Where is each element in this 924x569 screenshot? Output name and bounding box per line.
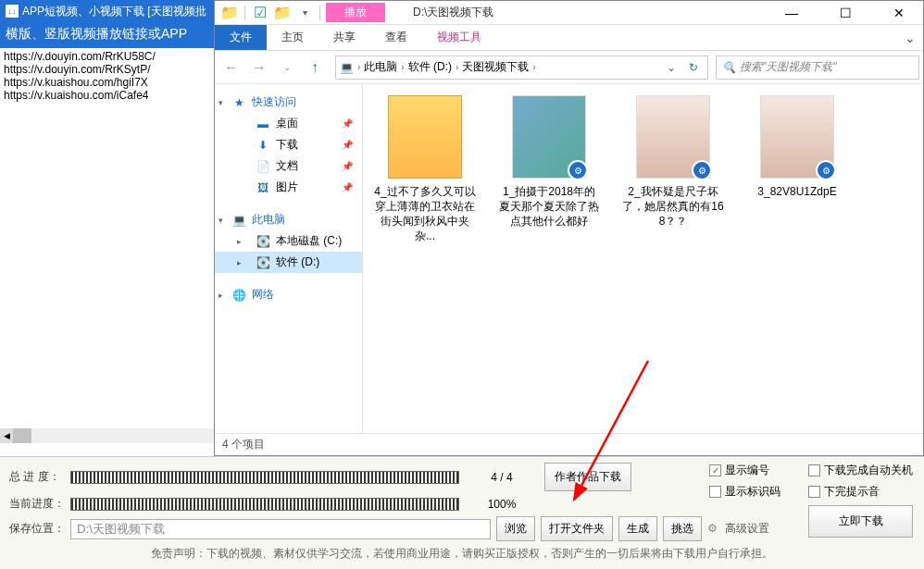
breadcrumb-item[interactable]: 天图视频下载 [462, 59, 529, 75]
nav-back-button[interactable]: ← [219, 55, 244, 80]
app-title: APP短视频、小视频下载 [天图视频批 [22, 4, 206, 19]
folder-icon[interactable]: 📁 [220, 4, 239, 22]
total-progress-text: 4 / 4 [465, 471, 539, 484]
total-progress-bar [70, 471, 459, 484]
generate-button[interactable]: 生成 [618, 516, 657, 541]
video-thumbnail: ⚙ [760, 95, 834, 179]
ribbon-tab-file[interactable]: 文件 [215, 25, 267, 50]
ribbon-tab-view[interactable]: 查看 [370, 25, 422, 50]
close-button[interactable]: ✕ [880, 4, 918, 22]
nav-pictures[interactable]: 🖼图片📌 [215, 177, 362, 198]
ribbon-tabs: 文件 主页 共享 查看 视频工具 ⌄ [215, 25, 923, 51]
pick-button[interactable]: 挑选 [663, 516, 702, 541]
ribbon-tab-video-tools[interactable]: 视频工具 [422, 25, 496, 50]
file-item-folder[interactable]: 4_过不了多久又可以穿上薄薄的卫衣站在街头闻到秋风中夹杂... [374, 95, 476, 243]
file-item-video[interactable]: ⚙ 1_拍摄于2018年的夏天那个夏天除了热点其他什么都好 [498, 95, 600, 229]
breadcrumb-item[interactable]: 软件 (D:) [408, 59, 452, 75]
folder-thumbnail [388, 95, 462, 179]
nav-this-pc[interactable]: ▾💻此电脑 [215, 209, 362, 230]
minimize-button[interactable]: — [773, 4, 810, 22]
horizontal-scrollbar[interactable]: ◀ [0, 428, 214, 443]
breadcrumb-bar[interactable]: 💻 › 此电脑 › 软件 (D:) › 天图视频下载 › ⌄ ↻ [335, 56, 708, 80]
file-name: 2_我怀疑是尺子坏了，她居然真的有168？？ [622, 184, 724, 229]
ribbon-expand-icon[interactable]: ⌄ [897, 25, 923, 50]
search-placeholder: 搜索"天图视频下载" [740, 59, 837, 75]
new-folder-icon[interactable]: 📁 [273, 4, 292, 22]
file-name: 3_82V8U1ZdpE [746, 184, 848, 199]
nav-quick-access[interactable]: ▾★快速访问 [215, 92, 362, 113]
ribbon-tab-home[interactable]: 主页 [267, 25, 318, 50]
window-title: D:\天图视频下载 [413, 5, 493, 20]
disclaimer-text: 免责声明：下载的视频、素材仅供学习交流，若使用商业用途，请购买正版授权，否则产生… [9, 546, 915, 562]
file-list[interactable]: 4_过不了多久又可以穿上薄薄的卫衣站在街头闻到秋风中夹杂... ⚙ 1_拍摄于2… [363, 84, 923, 433]
nav-downloads[interactable]: ⬇下载📌 [215, 134, 362, 155]
nav-drive-c[interactable]: ▸💽本地磁盘 (C:) [215, 230, 362, 252]
breadcrumb-item[interactable]: 此电脑 [364, 59, 397, 75]
video-badge-icon: ⚙ [816, 160, 836, 180]
show-id-checkbox[interactable]: 显示标识码 [709, 484, 780, 500]
search-input[interactable]: 🔍 搜索"天图视频下载" [716, 56, 919, 80]
file-name: 4_过不了多久又可以穿上薄薄的卫衣站在街头闻到秋风中夹杂... [374, 184, 476, 243]
url-line: https://v.kuaishou.com/hgiI7X [4, 76, 210, 89]
maximize-button[interactable]: ☐ [827, 4, 864, 22]
address-bar: ← → ⌄ ↑ 💻 › 此电脑 › 软件 (D:) › 天图视频下载 › ⌄ ↻… [215, 51, 923, 84]
file-item-video[interactable]: ⚙ 2_我怀疑是尺子坏了，她居然真的有168？？ [622, 95, 724, 229]
browse-button[interactable]: 浏览 [496, 516, 535, 541]
status-bar: 4 个项目 [215, 433, 923, 455]
nav-documents[interactable]: 📄文档📌 [215, 155, 362, 177]
url-line: https://v.kuaishou.com/iCafe4 [4, 89, 210, 102]
ribbon-tab-share[interactable]: 共享 [318, 25, 370, 50]
qat-dropdown-icon[interactable]: ▾ [295, 4, 314, 22]
url-line: https://v.douyin.com/RrKSytP/ [4, 63, 210, 76]
alert-sound-checkbox[interactable]: 下完提示音 [808, 484, 913, 500]
navigation-pane[interactable]: ▾★快速访问 ▬桌面📌 ⬇下载📌 📄文档📌 🖼图片📌 ▾💻此电脑 ▸💽本地磁盘 … [215, 84, 363, 433]
video-thumbnail: ⚙ [512, 95, 586, 179]
breadcrumb-pc-icon: 💻 [340, 61, 354, 74]
current-progress-bar [70, 498, 459, 511]
address-dropdown-icon[interactable]: ⌄ [661, 61, 681, 74]
app-left-panel: ↓↓ APP短视频、小视频下载 [天图视频批 横版、竖版视频播放链接或APP h… [0, 0, 214, 428]
url-textarea[interactable]: https://v.douyin.com/RrKU58C/ https://v.… [0, 48, 214, 426]
refresh-icon[interactable]: ↻ [683, 61, 704, 74]
current-progress-text: 100% [465, 498, 539, 511]
save-location-label: 保存位置： [9, 521, 65, 537]
total-progress-label: 总 进 度： [9, 469, 65, 485]
video-badge-icon: ⚙ [568, 160, 588, 180]
file-item-video[interactable]: ⚙ 3_82V8U1ZdpE [746, 95, 848, 199]
properties-icon[interactable]: ☑ [251, 4, 269, 22]
author-works-download-button[interactable]: 作者作品下载 [544, 463, 631, 491]
save-path-input[interactable] [70, 519, 491, 539]
nav-history-dropdown[interactable]: ⌄ [274, 55, 300, 80]
nav-drive-d[interactable]: ▸💽软件 (D:) [215, 252, 362, 273]
app-icon: ↓↓ [6, 5, 19, 18]
current-progress-label: 当前进度： [9, 496, 65, 512]
search-icon: 🔍 [722, 61, 736, 74]
nav-desktop[interactable]: ▬桌面📌 [215, 113, 362, 134]
nav-up-button[interactable]: ↑ [302, 55, 328, 80]
url-area-label: 横版、竖版视频播放链接或APP [0, 22, 214, 48]
nav-network[interactable]: ▸🌐网络 [215, 284, 362, 305]
show-number-checkbox[interactable]: ✓显示编号 [709, 463, 780, 478]
open-folder-button[interactable]: 打开文件夹 [541, 516, 613, 541]
nav-forward-button[interactable]: → [246, 55, 272, 80]
file-name: 1_拍摄于2018年的夏天那个夏天除了热点其他什么都好 [498, 184, 600, 229]
url-line: https://v.douyin.com/RrKU58C/ [4, 50, 210, 63]
quick-access-toolbar: 📁 ☑ 📁 ▾ 播放 D:\天图视频下载 — ☐ ✕ [215, 1, 923, 25]
file-explorer-window: 📁 ☑ 📁 ▾ 播放 D:\天图视频下载 — ☐ ✕ 文件 主页 共享 查看 视… [214, 0, 924, 456]
video-thumbnail: ⚙ [636, 95, 710, 179]
video-badge-icon: ⚙ [692, 160, 712, 180]
context-tab-play[interactable]: 播放 [326, 3, 385, 22]
item-count: 4 个项目 [222, 437, 265, 452]
download-now-button[interactable]: 立即下载 [808, 505, 913, 538]
bottom-control-panel: 总 进 度： 4 / 4 作者作品下载 当前进度： 100% 保存位置： 浏览 … [0, 456, 924, 569]
app-titlebar: ↓↓ APP短视频、小视频下载 [天图视频批 [0, 0, 214, 22]
auto-shutdown-checkbox[interactable]: 下载完成自动关机 [808, 463, 913, 478]
